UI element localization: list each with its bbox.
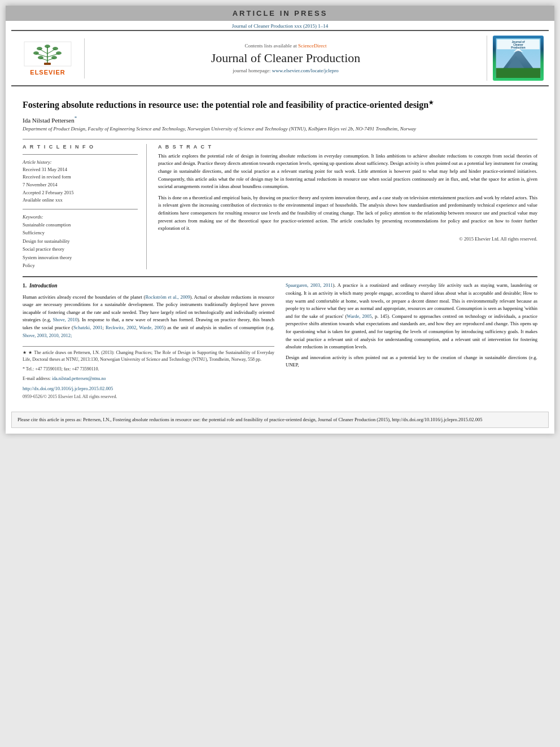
abstract-p1: This article explores the potential role… xyxy=(158,152,537,191)
cleaner-prod-svg: Journal of Cleaner Production xyxy=(493,38,544,78)
page: ARTICLE IN PRESS Journal of Cleaner Prod… xyxy=(6,6,554,434)
article-title: Fostering absolute reductions in resourc… xyxy=(23,99,537,112)
ref-warde-2005[interactable]: Warde, 2005 xyxy=(347,313,371,319)
abstract-section: A B S T R A C T This article explores th… xyxy=(158,144,537,270)
kw-4: Social practice theory xyxy=(23,245,138,253)
svg-point-14 xyxy=(51,56,57,59)
title-text: Fostering absolute reductions in resourc… xyxy=(23,100,428,110)
received-2b: 7 November 2014 xyxy=(23,181,138,189)
journal-center: Contents lists available at ScienceDirec… xyxy=(85,40,487,76)
section1-col2-p1: Spaargaren, 2003, 2011). A practice is a… xyxy=(286,282,537,351)
homepage-label: journal homepage: xyxy=(233,68,272,73)
cleaner-prod-image: Journal of Cleaner Production xyxy=(493,36,544,81)
svg-point-13 xyxy=(38,56,43,59)
divider-kw xyxy=(23,209,138,209)
author-sup: * xyxy=(75,115,77,121)
keywords-list: Sustainable consumption Sufficiency Desi… xyxy=(23,221,138,270)
kw-1: Sustainable consumption xyxy=(23,221,138,229)
svg-rect-16 xyxy=(44,63,51,65)
email-label: E-mail address: xyxy=(23,376,52,381)
keywords-section: Keywords: Sustainable consumption Suffic… xyxy=(23,214,138,270)
kw-3: Design for sustainability xyxy=(23,237,138,245)
available: Available online xxx xyxy=(23,196,138,204)
doi-link[interactable]: http://dx.doi.org/10.1016/j.jclepro.2015… xyxy=(23,386,113,391)
abstract-p2: This is done on a theoretical and empiri… xyxy=(158,194,537,233)
sciencedirect-link[interactable]: ScienceDirect xyxy=(298,43,326,49)
svg-rect-21 xyxy=(496,68,540,78)
ref-shove-2010[interactable]: Shove, 2010 xyxy=(53,317,77,322)
affiliation: Department of Product Design, Faculty of… xyxy=(23,125,537,133)
article-info-column: A R T I C L E I N F O Article history: R… xyxy=(23,144,147,270)
author-text: Ida Nilstad Pettersen xyxy=(23,116,75,123)
received-1: Received 31 May 2014 xyxy=(23,166,138,174)
ref-rockstrom[interactable]: Rockström et al., 2009 xyxy=(145,294,190,300)
svg-point-11 xyxy=(33,51,39,55)
journal-title: Journal of Cleaner Production xyxy=(211,51,361,65)
ref-reckwitz[interactable]: Reckwitz, 2002 xyxy=(106,325,136,330)
issn-line: 0959-6526/© 2015 Elsevier Ltd. All right… xyxy=(23,394,274,400)
sciencedirect-line: Contents lists available at ScienceDirec… xyxy=(245,43,327,49)
sciencedirect-label: Contents lists available at xyxy=(245,43,298,49)
thick-divider xyxy=(23,276,537,277)
author-name: Ida Nilstad Pettersen* xyxy=(23,115,537,124)
banner-text: ARTICLE IN PRESS xyxy=(233,9,328,18)
kw-2: Sufficiency xyxy=(23,229,138,237)
ref-spaargaren[interactable]: Spaargaren, 2003, 2011 xyxy=(286,282,333,288)
received-2: Received in revised form xyxy=(23,173,138,181)
ref-warde[interactable]: Warde, 2005 xyxy=(139,325,164,330)
divider-info xyxy=(23,154,138,155)
homepage-url[interactable]: www.elsevier.com/locate/jclepro xyxy=(272,68,339,73)
svg-point-12 xyxy=(56,51,62,55)
main-col-right: Spaargaren, 2003, 2011). A practice is a… xyxy=(286,282,537,400)
ref-schatzki[interactable]: Schatzki, 2001 xyxy=(73,325,103,330)
footnote-area: ★ ★ The article draws on Pettersen, I.N.… xyxy=(23,346,274,400)
article-body: Fostering absolute reductions in resourc… xyxy=(6,86,554,406)
section1-col2-p2: Design and innovation activity is often … xyxy=(286,354,537,369)
accepted: Accepted 2 February 2015 xyxy=(23,189,138,197)
journal-ref-line: Journal of Cleaner Production xxx (2015)… xyxy=(6,21,554,30)
journal-ref-link[interactable]: Journal of Cleaner Production xxx (2015)… xyxy=(232,23,328,29)
abstract-text: This article explores the potential role… xyxy=(158,152,537,233)
footnote-star-sym: ★ xyxy=(23,350,28,355)
footnote-email: E-mail address: ida.nilstad.pettersen@nt… xyxy=(23,375,274,382)
footnote-star: ★ ★ The article draws on Pettersen, I.N.… xyxy=(23,350,274,363)
keywords-label: Keywords: xyxy=(23,214,138,220)
kw-5: System innovation theory xyxy=(23,254,138,261)
svg-point-10 xyxy=(53,47,58,50)
article-info-label: A R T I C L E I N F O xyxy=(23,144,138,150)
title-sup: ★ xyxy=(428,99,434,106)
homepage-line: journal homepage: www.elsevier.com/locat… xyxy=(233,68,338,73)
citation-bar: Please cite this article in press as: Pe… xyxy=(11,412,549,428)
main-content: 1. Introduction Human activities already… xyxy=(23,282,537,400)
section1-col1-p1: Human activities already exceed the boun… xyxy=(23,294,274,340)
footnote-tel: * Tel.: +47 73590103; fax: +47 73590110. xyxy=(23,366,274,373)
svg-point-9 xyxy=(37,47,42,50)
divider-1 xyxy=(23,139,537,139)
elsevier-logo-area: ELSEVIER xyxy=(11,38,85,78)
ref-shove-2003[interactable]: Shove, 2003, 2010, 2012; xyxy=(23,333,72,338)
section1-heading: 1. Introduction xyxy=(23,282,274,290)
section1-title: Introduction xyxy=(29,283,58,289)
doi-line: http://dx.doi.org/10.1016/j.jclepro.2015… xyxy=(23,385,274,392)
article-in-press-banner: ARTICLE IN PRESS xyxy=(6,6,554,21)
kw-6: Policy xyxy=(23,261,138,269)
footnote-star-text: ★ The article draws on Pettersen, I.N. (… xyxy=(23,350,274,362)
abstract-label: A B S T R A C T xyxy=(158,144,537,150)
svg-text:Cleaner: Cleaner xyxy=(513,43,523,46)
svg-text:Journal of: Journal of xyxy=(511,41,525,43)
elsevier-label: ELSEVIER xyxy=(30,69,65,76)
history-label: Article history: xyxy=(23,159,138,165)
svg-text:Production: Production xyxy=(511,46,525,49)
svg-point-15 xyxy=(45,45,50,48)
main-col-left: 1. Introduction Human activities already… xyxy=(23,282,274,400)
info-abstract-section: A R T I C L E I N F O Article history: R… xyxy=(23,144,537,270)
section1-num: 1. xyxy=(23,283,27,289)
email-link[interactable]: ida.nilstad.pettersen@ntnu.no xyxy=(52,376,106,381)
citation-text: Please cite this article in press as: Pe… xyxy=(18,417,482,422)
copyright-line: © 2015 Elsevier Ltd. All rights reserved… xyxy=(158,236,537,242)
journal-header: ELSEVIER Contents lists available at Sci… xyxy=(11,30,549,86)
cleaner-production-logo: Journal of Cleaner Production xyxy=(487,36,549,81)
elsevier-logo-svg xyxy=(24,41,72,67)
